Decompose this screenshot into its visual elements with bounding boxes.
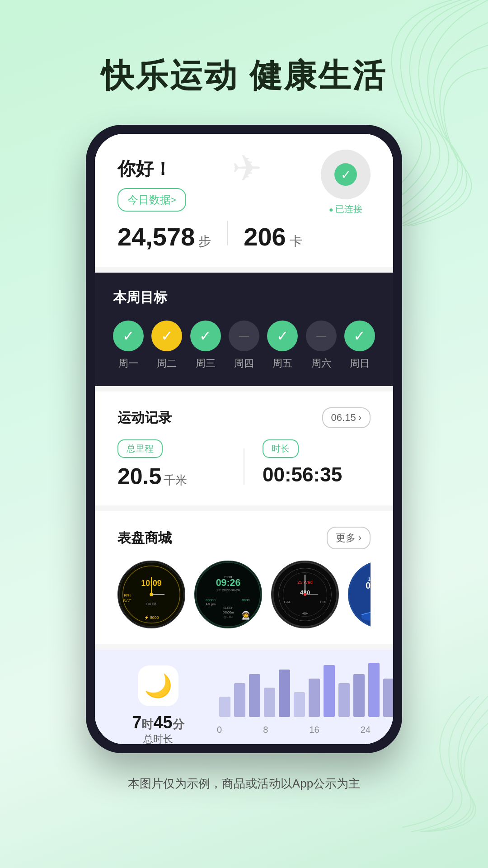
sleep-hours: 7: [132, 713, 141, 732]
svg-text:⚡ 8000: ⚡ 8000: [144, 615, 159, 620]
day-label-thu: 周四: [234, 357, 254, 370]
duration-tag: 时长: [263, 439, 299, 458]
day-item-fri: ✓ 周五: [267, 321, 298, 370]
svg-text:SLEEP: SLEEP: [223, 606, 233, 609]
svg-text:0000: 0000: [242, 598, 250, 602]
day-circle-sat: —: [306, 321, 337, 351]
svg-text:00h00m: 00h00m: [223, 611, 234, 614]
day-item-mon: ✓ 周一: [113, 321, 144, 370]
day-item-tue: ✓ 周二: [151, 321, 182, 370]
moon-icon: 🌙: [144, 673, 172, 699]
svg-text:23' 2022-06-26: 23' 2022-06-26: [216, 588, 240, 592]
svg-rect-43: [279, 670, 290, 717]
distance-number: 20.5: [117, 464, 161, 489]
day-label-sun: 周日: [350, 357, 370, 370]
day-circle-thu: —: [229, 321, 259, 351]
disclaimer-text: 本图片仅为示例，商品或活动以App公示为主: [0, 753, 488, 805]
duration-stat: 时长 00:56:35: [263, 439, 371, 486]
exercise-title: 运动记录: [117, 409, 172, 427]
svg-rect-49: [368, 663, 380, 717]
day-label-wed: 周三: [196, 357, 216, 370]
svg-text:HR: HR: [320, 600, 325, 604]
sleep-hours-unit: 时: [141, 717, 153, 731]
watch-shop-section: 表盘商城 更多 › 10:09 FRI SAT: [95, 511, 393, 644]
phone-screen: ✈ 你好！ 今日数据 24,578 步 206 卡: [95, 134, 393, 744]
exercise-divider: [244, 448, 244, 485]
day-circle-fri: ✓: [267, 321, 298, 351]
svg-rect-46: [324, 665, 335, 717]
svg-text:◎0.00: ◎0.00: [224, 615, 232, 618]
day-item-sat: — 周六: [306, 321, 337, 370]
chart-label-0: 0: [217, 725, 222, 735]
today-data-button[interactable]: 今日数据: [117, 188, 186, 212]
svg-text:FRI: FRI: [124, 593, 131, 598]
chart-label-8: 8: [263, 725, 268, 735]
more-button[interactable]: 更多 ›: [327, 527, 371, 549]
exercise-date-badge[interactable]: 06.15 ›: [322, 407, 371, 428]
day-circle-mon: ✓: [113, 321, 144, 351]
svg-text:🧑‍🚀: 🧑‍🚀: [241, 610, 251, 620]
bird-decoration: ✈: [232, 147, 262, 189]
weekly-goals-title: 本周目标: [113, 288, 375, 307]
day-label-sat: 周六: [311, 357, 331, 370]
sleep-minutes-unit: 分: [173, 717, 184, 731]
watch-face-2[interactable]: mon 09:26 23' 2022-06-26 00000 0000 AM p…: [194, 561, 262, 628]
day-circle-wed: ✓: [190, 321, 221, 351]
watch-faces-row: 10:09 FRI SAT 04.08 ⚡ 8000: [117, 561, 371, 628]
day-circle-tue: ✓: [151, 321, 182, 351]
svg-rect-45: [309, 679, 320, 717]
distance-value-row: 20.5 千米: [117, 463, 225, 490]
exercise-stats-row: 总里程 20.5 千米 时长 00:56:35: [117, 439, 371, 490]
duration-value-row: 00:56:35: [263, 463, 371, 486]
svg-text:09:26: 09:26: [216, 577, 241, 588]
svg-point-30: [304, 593, 306, 596]
connected-status: 已连接: [321, 203, 371, 215]
chart-label-24: 24: [361, 725, 371, 735]
phone-mockup: ✈ 你好！ 今日数据 24,578 步 206 卡: [86, 125, 402, 753]
calories-unit: 卡: [290, 233, 302, 250]
svg-text:04.08: 04.08: [146, 602, 156, 606]
svg-rect-41: [249, 674, 260, 717]
watch-shop-title: 表盘商城: [117, 529, 172, 547]
exercise-date-text: 06.15: [331, 412, 356, 424]
day-label-mon: 周一: [118, 357, 138, 370]
svg-rect-44: [294, 692, 305, 717]
stats-row: 24,578 步 206 卡: [117, 221, 371, 251]
day-item-wed: ✓ 周三: [190, 321, 221, 370]
watch-face-4[interactable]: 10 08 MON 06.26 🚀: [348, 561, 371, 628]
watch-shop-header: 表盘商城 更多 ›: [117, 527, 371, 549]
watch-icon: ✓ 已连接: [321, 150, 371, 215]
app-content: ✈ 你好！ 今日数据 24,578 步 206 卡: [95, 134, 393, 744]
sleep-duration: 7时45分: [132, 713, 184, 732]
page-title: 快乐运动 健康生活: [0, 0, 488, 125]
sleep-icon: 🌙: [138, 665, 178, 706]
sleep-minutes: 45: [153, 713, 172, 732]
svg-rect-42: [264, 688, 275, 717]
distance-unit: 千米: [164, 473, 187, 487]
calories-value: 206: [244, 222, 286, 251]
distance-tag: 总里程: [117, 439, 163, 458]
svg-rect-50: [383, 679, 393, 717]
svg-text:08: 08: [366, 580, 371, 590]
watch-face-1[interactable]: 10:09 FRI SAT 04.08 ⚡ 8000: [117, 561, 185, 628]
distance-stat: 总里程 20.5 千米: [117, 439, 225, 490]
svg-text:AM pm: AM pm: [206, 603, 216, 606]
watch-check-icon: ✓: [334, 163, 357, 186]
steps-block: 24,578 步: [117, 222, 211, 251]
watch-face-3[interactable]: 25 Wed 480 CAL HR ◀ ▶: [271, 561, 339, 628]
svg-text:CAL: CAL: [284, 600, 291, 604]
exercise-record-section: 运动记录 06.15 › 总里程 20.5 千米: [95, 392, 393, 505]
day-item-sun: ✓ 周日: [344, 321, 375, 370]
svg-text:SAT: SAT: [123, 598, 131, 603]
day-label-tue: 周二: [157, 357, 177, 370]
watch-circle: ✓: [321, 150, 371, 199]
duration-number: 00:56:35: [263, 463, 342, 486]
svg-rect-48: [353, 674, 365, 717]
days-row: ✓ 周一 ✓ 周二 ✓ 周三 — 周四: [113, 321, 375, 370]
steps-unit: 步: [198, 233, 211, 250]
svg-rect-39: [219, 697, 230, 717]
steps-value: 24,578: [117, 222, 195, 251]
svg-text:◀ ▶: ◀ ▶: [302, 611, 309, 615]
more-label: 更多: [336, 532, 356, 543]
svg-rect-40: [234, 683, 245, 717]
